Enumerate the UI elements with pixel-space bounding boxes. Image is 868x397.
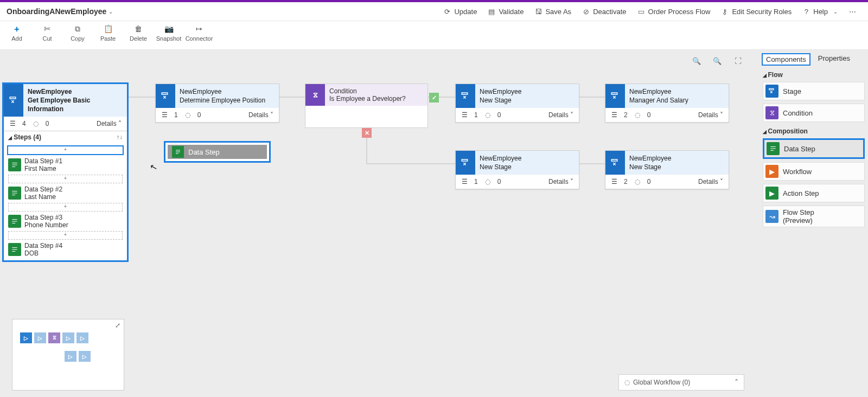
stage-icon: [605, 84, 625, 108]
fit-to-screen-button[interactable]: ⛶: [732, 55, 743, 66]
global-workflow-icon: ◌: [624, 379, 630, 386]
palette-workflow[interactable]: ▶ Workflow: [763, 162, 865, 181]
snapshot-label: Snapshot: [156, 35, 181, 42]
flows-count-icon: ◌: [184, 112, 191, 118]
details-toggle[interactable]: Details ˅: [657, 178, 723, 185]
palette-data-step[interactable]: Data Step: [763, 138, 865, 159]
section-composition[interactable]: Composition: [763, 127, 865, 135]
section-flow[interactable]: Flow: [763, 71, 865, 79]
drop-target[interactable]: +: [8, 203, 123, 212]
step-first-name[interactable]: Data Step #1First Name: [8, 157, 123, 172]
zoom-in-button[interactable]: 🔍: [691, 55, 702, 66]
order-process-flow-action[interactable]: ▭ Order Process Flow: [637, 8, 711, 16]
paste-label: Paste: [100, 35, 116, 42]
action-step-icon: ▶: [765, 187, 778, 200]
stage-icon: [456, 151, 475, 175]
zoom-controls: 🔍 🔍 ⛶: [691, 55, 743, 66]
tab-components[interactable]: Components: [762, 53, 810, 66]
order-label: Order Process Flow: [648, 8, 711, 16]
plus-icon: +: [14, 24, 19, 34]
cut-button[interactable]: ✄ Cut: [34, 22, 61, 42]
data-step-icon: [172, 146, 184, 158]
help-action[interactable]: ? Help ⌄: [802, 8, 838, 16]
flows-count-icon: ◌: [484, 178, 491, 185]
flows-count-icon: ◌: [634, 178, 641, 185]
minimap-stage[interactable]: ▷: [65, 351, 76, 362]
condition-icon: ⧖: [305, 84, 325, 106]
steps-count-icon: ☰: [461, 112, 468, 118]
snapshot-button[interactable]: 📷 Snapshot: [155, 22, 182, 42]
connector-button[interactable]: ↦ Connector: [186, 22, 213, 42]
copy-button[interactable]: ⧉ Copy: [64, 22, 91, 42]
palette-action-step[interactable]: ▶ Action Step: [763, 184, 865, 202]
tab-properties[interactable]: Properties: [815, 53, 853, 66]
global-workflow-bar[interactable]: ◌ Global Workflow (0) ˄: [618, 374, 744, 390]
steps-count-icon: ☰: [611, 178, 617, 185]
stage-manager-and-salary[interactable]: NewEmployee Manager And Salary ☰2 ◌0 Det…: [605, 84, 729, 123]
refresh-icon: ⟳: [443, 8, 451, 15]
paste-button[interactable]: 📋 Paste: [94, 22, 122, 42]
minimap-stage[interactable]: ▷: [76, 332, 88, 343]
minimap[interactable]: ⤢ ▷ ▷ ⧖ ▷ ▷ ▷ ▷: [12, 319, 124, 390]
delete-button[interactable]: 🗑 Delete: [125, 22, 152, 42]
validate-action[interactable]: ▤ Validate: [488, 8, 524, 16]
stage-icon: [765, 85, 778, 98]
minimap-stage[interactable]: ▷: [79, 351, 91, 362]
steps-count-icon: ☰: [9, 120, 16, 127]
minimap-stage[interactable]: ▷: [34, 332, 46, 343]
drop-target[interactable]: +: [8, 231, 123, 240]
details-toggle[interactable]: Details ˅: [207, 111, 273, 119]
add-button[interactable]: + Add: [3, 22, 30, 42]
deactivate-label: Deactivate: [593, 8, 626, 16]
stage-new-stage-3[interactable]: NewEmployee New Stage ☰2 ◌0 Details ˅: [605, 150, 729, 189]
update-action[interactable]: ⟳ Update: [443, 8, 477, 16]
stage-determine-employee-position[interactable]: NewEmployee Determine Employee Position …: [155, 84, 279, 123]
details-toggle[interactable]: Details ˄: [55, 120, 122, 127]
save-as-action[interactable]: 🖫 Save As: [534, 8, 571, 16]
zoom-out-button[interactable]: 🔍: [712, 55, 723, 66]
minimap-stage[interactable]: ▷: [62, 332, 74, 343]
flows-count: 0: [647, 178, 651, 185]
minimap-stage[interactable]: ▷: [20, 332, 32, 343]
security-label: Edit Security Roles: [732, 8, 792, 16]
minimap-condition[interactable]: ⧖: [48, 332, 60, 343]
palette-flow-step[interactable]: ↝ Flow Step (Preview): [763, 206, 865, 227]
deactivate-action[interactable]: ⊘ Deactivate: [582, 8, 626, 16]
stage-name: Get Employee Basic Information: [28, 96, 123, 113]
details-toggle[interactable]: Details ˅: [507, 111, 573, 119]
stage-new-stage-1[interactable]: NewEmployee New Stage ☰1 ◌0 Details ˅: [455, 84, 579, 123]
condition-yes-mark: ✓: [429, 93, 439, 103]
palette-condition[interactable]: ⧖ Condition: [763, 104, 865, 122]
stage-name: Determine Employee Position: [180, 96, 275, 105]
flows-count: 0: [497, 178, 501, 185]
scissors-icon: ✄: [44, 24, 50, 34]
drag-ghost-data-step[interactable]: Data Step: [164, 141, 271, 163]
step-phone-number[interactable]: Data Step #3Phone Number: [8, 214, 123, 229]
flows-count: 0: [497, 111, 501, 119]
stage-entity: NewEmployee: [480, 154, 575, 163]
overflow-action[interactable]: ⋯: [848, 8, 856, 15]
data-step-icon: [8, 243, 21, 256]
step-dob[interactable]: Data Step #4DOB: [8, 242, 123, 257]
drop-target-active[interactable]: +: [7, 145, 124, 155]
minimap-expand-icon[interactable]: ⤢: [115, 322, 120, 329]
step-last-name[interactable]: Data Step #2Last Name: [8, 185, 123, 201]
palette-label: Workflow: [783, 168, 812, 176]
details-toggle[interactable]: Details ˅: [657, 111, 723, 119]
palette-label: Flow Step (Preview): [783, 208, 814, 225]
reorder-arrows-icon[interactable]: ↑↓: [117, 133, 123, 140]
palette-stage[interactable]: Stage: [763, 82, 865, 100]
stage-get-employee-basic-info[interactable]: NewEmployee Get Employee Basic Informati…: [3, 84, 127, 261]
add-label: Add: [11, 35, 22, 42]
condition-is-employee-developer[interactable]: ⧖ Condition Is Employee a Developer?: [305, 84, 428, 128]
stage-entity: NewEmployee: [629, 87, 724, 96]
edit-security-roles-action[interactable]: ⚷ Edit Security Roles: [721, 8, 792, 16]
drop-target[interactable]: +: [8, 175, 123, 183]
stage-new-stage-2[interactable]: NewEmployee New Stage ☰1 ◌0 Details ˅: [455, 150, 579, 189]
title-dropdown-icon[interactable]: ⌄: [108, 9, 113, 15]
details-toggle[interactable]: Details ˅: [507, 178, 573, 185]
steps-header[interactable]: ◢ Steps (4) ↑↓: [4, 131, 127, 143]
steps-count: 2: [624, 111, 628, 119]
flows-count-icon: ◌: [33, 120, 39, 127]
order-icon: ▭: [637, 8, 645, 15]
